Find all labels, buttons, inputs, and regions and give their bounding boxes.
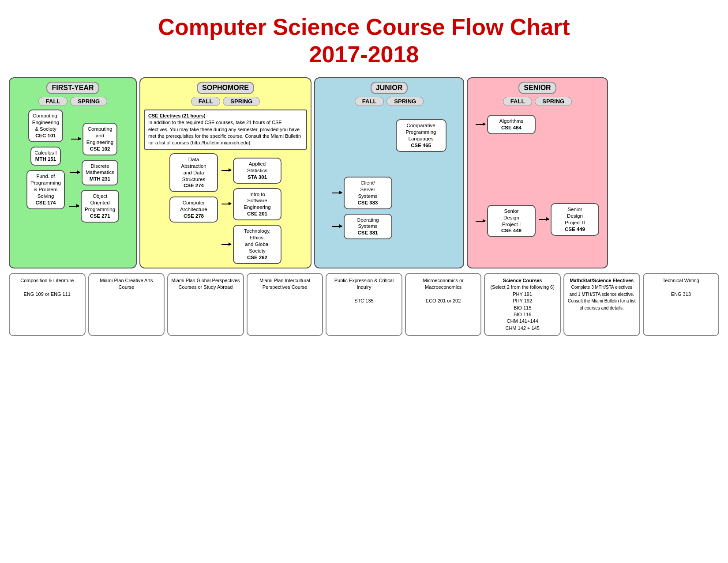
soph-fall-label: FALL [191, 97, 221, 106]
course-cse381: OperatingSystemsCSE 381 [344, 214, 392, 240]
bottom-science: Science Courses (Select 2 from the follo… [484, 273, 561, 336]
course-cse448: SeniorDesignProject ICSE 448 [487, 205, 536, 238]
course-cse102: ComputingandEngineeringCSE 102 [83, 123, 117, 155]
bottom-intercultural: Miami Plan Intercultural Perspectives Co… [247, 273, 323, 336]
sr-spring-label: SPRING [535, 97, 572, 106]
senior-block: SENIOR FALL SPRING AlgorithmsCSE 464 [467, 77, 608, 268]
bottom-economics: Microeconomics or Macroeconomics ECO 201… [405, 273, 482, 336]
bottom-composition: Composition & Literature ENG 109 or ENG … [9, 273, 86, 336]
course-cse271: ObjectOrientedProgrammingCSE 271 [81, 190, 119, 223]
course-cse449: SeniorDesignProject IICSE 449 [551, 203, 599, 236]
course-cse274: DataAbstractionand DataStructuresCSE 274 [169, 153, 218, 193]
bottom-math-electives: Math/Stat/Science Electives Complete 3 M… [563, 273, 640, 336]
senior-title: SENIOR [518, 82, 556, 94]
page-title: Computer Science Course Flow Chart 2017-… [9, 13, 719, 68]
electives-text: In addition to the required CSE courses,… [148, 120, 301, 145]
course-cse383: Client/ServerSystemsCSE 383 [344, 177, 392, 209]
first-year-block: FIRST-YEAR FALL SPRING Computing,Enginee… [9, 77, 137, 268]
electives-title: CSE Electives (21 hours) [148, 113, 206, 118]
first-spring-label: SPRING [70, 97, 107, 106]
flowchart-main: FIRST-YEAR FALL SPRING Computing,Enginee… [9, 77, 719, 268]
bottom-global-perspectives: Miami Plan Global Perspectives Courses o… [167, 273, 244, 336]
course-cse262: Technology, Ethics,and Global SocietyCSE… [233, 225, 281, 264]
junior-block: JUNIOR FALL SPRING Client/ServerSystemsC… [314, 77, 464, 268]
course-cse201: Intro toSoftwareEngineeringCSE 201 [233, 188, 281, 221]
course-mth151: Calculus IMTH 151 [30, 147, 61, 166]
soph-spring-label: SPRING [223, 97, 260, 106]
sr-fall-label: FALL [503, 97, 533, 106]
bottom-public-expression: Public Expression & Critical Inquiry STC… [326, 273, 402, 336]
course-cse174: Fund. ofProgramming& ProblemSolvingCSE 1… [26, 170, 65, 209]
first-year-title: FIRST-YEAR [46, 82, 99, 94]
junior-title: JUNIOR [371, 82, 408, 94]
first-fall-label: FALL [38, 97, 68, 106]
bottom-technical-writing: Technical Writing ENG 313 [643, 273, 720, 336]
course-cse464: AlgorithmsCSE 464 [487, 115, 536, 134]
course-cse278: ComputerArchitectureCSE 278 [169, 196, 218, 223]
sophomore-block: SOPHOMORE FALL SPRING CSE Electives (21 … [139, 77, 311, 268]
bottom-creative-arts: Miami Plan Creative Arts Course [88, 273, 165, 336]
course-cse465: ComparativeProgrammingLanguagesCSE 465 [396, 119, 447, 152]
course-mth231: DiscreteMathematicsMTH 231 [82, 160, 118, 186]
jr-fall-label: FALL [355, 97, 384, 106]
course-sta301: AppliedStatisticsSTA 301 [233, 158, 281, 184]
course-cec101: Computing,Engineering& SocietyCEC 101 [28, 110, 63, 142]
bottom-requirements: Composition & Literature ENG 109 or ENG … [9, 273, 719, 336]
electives-box: CSE Electives (21 hours) In addition to … [144, 110, 307, 150]
jr-spring-label: SPRING [387, 97, 424, 106]
sophomore-title: SOPHOMORE [197, 82, 254, 94]
